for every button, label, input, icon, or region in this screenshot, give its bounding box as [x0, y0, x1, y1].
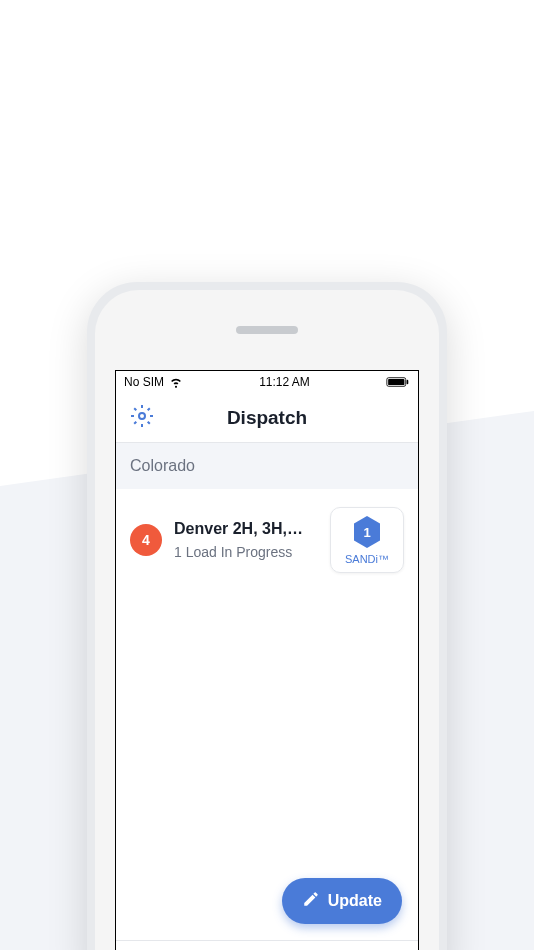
pencil-icon — [302, 890, 320, 912]
section-header-region: Colorado — [116, 443, 418, 489]
content-area: Update — [116, 591, 418, 940]
sandi-label: SANDi™ — [345, 553, 389, 565]
phone-frame: No SIM 11:12 AM — [87, 282, 447, 950]
svg-rect-2 — [407, 380, 409, 384]
svg-point-3 — [139, 413, 145, 419]
sandi-count: 1 — [363, 525, 370, 540]
battery-icon — [386, 376, 410, 388]
settings-button[interactable] — [128, 404, 156, 432]
status-time: 11:12 AM — [259, 375, 310, 389]
page-title: Dispatch — [227, 407, 307, 429]
update-button-label: Update — [328, 892, 382, 910]
status-bar-left: No SIM — [124, 375, 183, 389]
phone-speaker — [236, 326, 298, 334]
tab-bar: Dispatch — [116, 940, 418, 950]
status-bar-right — [386, 376, 410, 388]
dispatch-item[interactable]: 4 Denver 2H, 3H,… 1 Load In Progress 1 S… — [116, 489, 418, 591]
status-bar: No SIM 11:12 AM — [116, 371, 418, 393]
wifi-icon — [169, 375, 183, 389]
alert-count-badge: 4 — [130, 524, 162, 556]
hexagon-badge: 1 — [352, 515, 382, 549]
carrier-label: No SIM — [124, 375, 164, 389]
app-screen: No SIM 11:12 AM — [115, 370, 419, 950]
dispatch-item-title: Denver 2H, 3H,… — [174, 520, 318, 538]
gear-icon — [130, 404, 154, 432]
sandi-button[interactable]: 1 SANDi™ — [330, 507, 404, 573]
phone-body: No SIM 11:12 AM — [95, 290, 439, 950]
dispatch-item-text: Denver 2H, 3H,… 1 Load In Progress — [174, 520, 318, 560]
update-button[interactable]: Update — [282, 878, 402, 924]
dispatch-item-subtitle: 1 Load In Progress — [174, 544, 318, 560]
svg-rect-1 — [388, 379, 404, 385]
navigation-bar: Dispatch — [116, 393, 418, 443]
